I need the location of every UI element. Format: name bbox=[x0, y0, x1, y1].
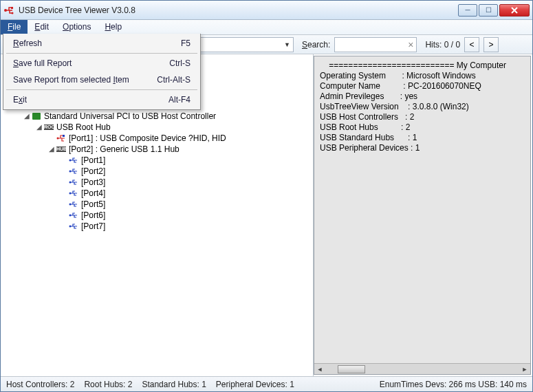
prev-hit-button[interactable]: < bbox=[464, 37, 479, 52]
statusbar: Host Controllers: 2 Root Hubs: 2 Standar… bbox=[1, 376, 532, 391]
menu-save-selected-report[interactable]: Save Report from selected Item Ctrl-Alt-… bbox=[3, 72, 200, 88]
info-pane: ========================== My ComputerOp… bbox=[314, 56, 531, 375]
svg-rect-9 bbox=[63, 135, 65, 137]
tree-composite-device[interactable]: [Port1] : USB Composite Device ?HID, HID bbox=[2, 133, 312, 144]
tree-hub[interactable]: ◢HUB[Port2] : Generic USB 1.1 Hub bbox=[2, 144, 312, 155]
clear-search-icon[interactable]: × bbox=[408, 39, 413, 50]
tree-port[interactable]: [Port4] bbox=[2, 188, 312, 199]
menu-options[interactable]: Options bbox=[56, 20, 98, 34]
usb-icon bbox=[68, 177, 79, 187]
menu-file[interactable]: File bbox=[1, 20, 28, 34]
menu-refresh[interactable]: Refresh F5 bbox=[3, 35, 200, 52]
status-root-hubs: Root Hubs: 2 bbox=[84, 380, 132, 389]
close-button[interactable] bbox=[499, 4, 530, 17]
menu-edit[interactable]: Edit bbox=[28, 20, 56, 34]
menubar: File Edit Options Help bbox=[1, 20, 532, 35]
file-menu-dropdown: Refresh F5 Save full Report Ctrl-S Save … bbox=[3, 34, 201, 110]
window-controls: ─ ☐ bbox=[458, 4, 530, 17]
hits-label: Hits: 0 / 0 bbox=[425, 40, 460, 50]
next-hit-button[interactable]: > bbox=[483, 37, 499, 52]
menu-separator bbox=[6, 53, 197, 54]
menu-separator bbox=[6, 89, 197, 90]
app-icon bbox=[3, 5, 14, 16]
menu-help[interactable]: Help bbox=[98, 20, 129, 34]
search-input[interactable]: × bbox=[334, 37, 417, 52]
menu-save-full-report[interactable]: Save full Report Ctrl-S bbox=[3, 55, 200, 72]
collapse-icon[interactable]: ◢ bbox=[47, 144, 56, 155]
status-enum-times: EnumTimes Devs: 266 ms USB: 140 ms bbox=[380, 380, 527, 389]
usb-icon bbox=[68, 188, 79, 198]
usb-icon bbox=[68, 210, 79, 220]
pci-icon bbox=[31, 111, 42, 121]
info-text[interactable]: ========================== My ComputerOp… bbox=[314, 56, 530, 363]
usb-icon bbox=[68, 166, 79, 176]
tree-host-controller[interactable]: ◢Standard Universal PCI to USB Host Cont… bbox=[2, 111, 312, 122]
svg-rect-1 bbox=[11, 7, 13, 9]
hub-icon: HUB bbox=[56, 144, 67, 154]
scrollbar-thumb[interactable] bbox=[338, 365, 365, 373]
window-title: USB Device Tree Viewer V3.0.8 bbox=[19, 6, 458, 15]
usb-icon bbox=[68, 199, 79, 209]
composite-device-icon bbox=[56, 133, 67, 143]
status-peripheral-devices: Peripheral Devices: 1 bbox=[216, 380, 294, 389]
chevron-down-icon: ▼ bbox=[284, 41, 290, 48]
tree-root-hub[interactable]: ◢ROOTUSB Root Hub bbox=[2, 122, 312, 133]
status-standard-hubs: Standard Hubs: 1 bbox=[142, 380, 206, 389]
tree-port[interactable]: [Port6] bbox=[2, 210, 312, 221]
usb-icon bbox=[68, 155, 79, 165]
tree-port[interactable]: [Port7] bbox=[2, 221, 312, 232]
tree-port[interactable]: [Port5] bbox=[2, 199, 312, 210]
collapse-icon[interactable]: ◢ bbox=[35, 122, 43, 133]
status-host-controllers: Host Controllers: 2 bbox=[6, 380, 74, 389]
window-titlebar: USB Device Tree Viewer V3.0.8 ─ ☐ bbox=[1, 1, 532, 20]
collapse-icon[interactable]: ◢ bbox=[23, 111, 31, 122]
minimize-button[interactable]: ─ bbox=[458, 4, 477, 17]
tree-port[interactable]: [Port2] bbox=[2, 166, 312, 177]
svg-point-2 bbox=[12, 12, 14, 14]
tree-port[interactable]: [Port1] bbox=[2, 155, 312, 166]
usb-icon bbox=[68, 221, 79, 231]
menu-exit[interactable]: Exit Alt-F4 bbox=[3, 91, 200, 108]
root-hub-icon: ROOT bbox=[43, 122, 54, 132]
maximize-button[interactable]: ☐ bbox=[479, 4, 498, 17]
tree-port[interactable]: [Port3] bbox=[2, 177, 312, 188]
scroll-right-icon[interactable]: ► bbox=[519, 364, 530, 375]
scroll-left-icon[interactable]: ◄ bbox=[314, 364, 325, 375]
horizontal-scrollbar[interactable]: ◄ ► bbox=[314, 363, 530, 374]
search-label: Search: bbox=[302, 40, 330, 50]
